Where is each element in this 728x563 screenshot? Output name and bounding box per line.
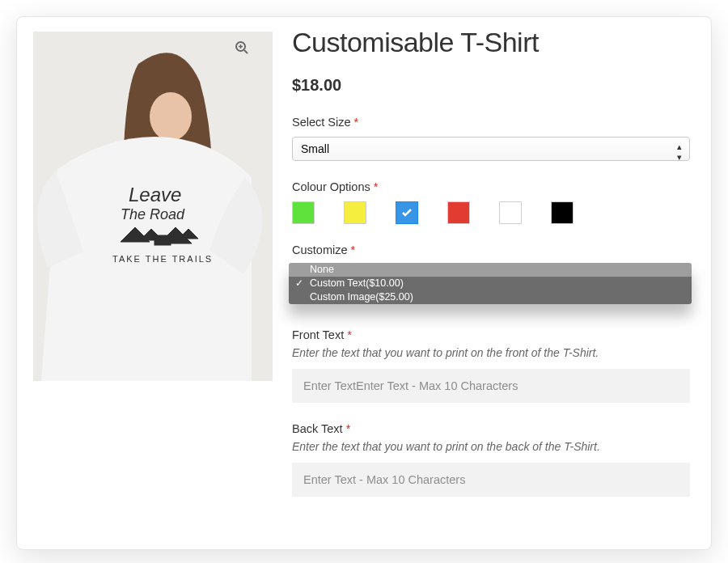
customize-field: Customize * None✓Custom Text($10.00)Cust… <box>292 243 690 304</box>
customize-option-0[interactable]: None <box>289 263 692 277</box>
check-icon <box>400 206 413 219</box>
product-title: Customisable T-Shirt <box>292 27 690 58</box>
swatch-green[interactable] <box>292 201 315 224</box>
back-text-input[interactable] <box>292 463 690 497</box>
product-card: Leave The Road TAKE THE TRAILS Customisa… <box>16 16 712 550</box>
zoom-icon[interactable] <box>231 36 253 59</box>
check-icon: ✓ <box>295 277 303 290</box>
customize-option-2[interactable]: Custom Image($25.00) <box>289 290 692 304</box>
size-label: Select Size * <box>292 116 690 129</box>
svg-text:Leave: Leave <box>129 184 181 205</box>
swatch-black[interactable] <box>551 201 574 224</box>
customize-option-1[interactable]: ✓Custom Text($10.00) <box>289 277 692 290</box>
front-text-input[interactable] <box>292 369 690 403</box>
swatch-white[interactable] <box>499 201 522 224</box>
size-select[interactable]: Small <box>292 137 690 161</box>
svg-line-1 <box>244 50 248 53</box>
back-text-field: Back Text * Enter the text that you want… <box>292 422 690 497</box>
colour-field: Colour Options * <box>292 180 690 224</box>
swatch-blue[interactable] <box>396 201 418 224</box>
colour-label: Colour Options * <box>292 180 690 193</box>
size-field: Select Size * Small ▴▾ <box>292 116 690 161</box>
customize-label: Customize * <box>292 243 690 256</box>
back-text-label: Back Text * <box>292 422 690 435</box>
product-image[interactable]: Leave The Road TAKE THE TRAILS <box>33 32 273 381</box>
product-price: $18.00 <box>292 76 690 95</box>
svg-text:The Road: The Road <box>121 206 185 222</box>
front-text-help: Enter the text that you want to print on… <box>292 346 690 359</box>
svg-text:TAKE THE TRAILS: TAKE THE TRAILS <box>112 254 213 264</box>
form-column: Customisable T-Shirt $18.00 Select Size … <box>292 32 690 516</box>
front-text-label: Front Text * <box>292 328 690 341</box>
gallery-column: Leave The Road TAKE THE TRAILS <box>33 32 273 516</box>
front-text-field: Front Text * Enter the text that you wan… <box>292 328 690 403</box>
swatch-red[interactable] <box>447 201 470 224</box>
back-text-help: Enter the text that you want to print on… <box>292 440 690 453</box>
svg-point-5 <box>150 92 192 141</box>
customize-dropdown[interactable]: None✓Custom Text($10.00)Custom Image($25… <box>289 263 692 304</box>
swatch-yellow[interactable] <box>344 201 366 224</box>
svg-rect-8 <box>154 235 171 245</box>
